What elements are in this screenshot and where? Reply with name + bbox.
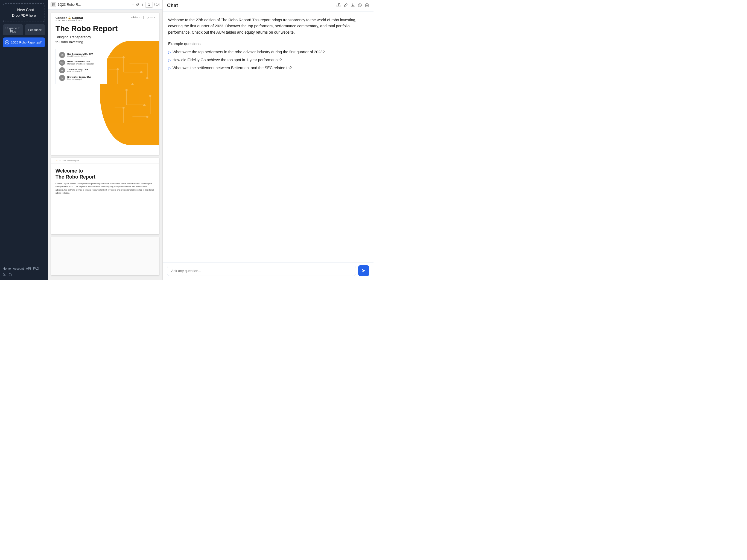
chat-title: Chat bbox=[167, 3, 333, 8]
sidebar-footer: Home Account API FAQ 𝕏 ⬡ bbox=[3, 267, 45, 277]
drop-pdf-label: Drop PDF here bbox=[5, 13, 42, 18]
author-avatar-4: KJ bbox=[59, 75, 65, 81]
lock-icon: 🔒 bbox=[68, 17, 71, 19]
pdf-main-title: The Robo Report bbox=[55, 25, 155, 33]
author-info-3: Thomas Leahy, CFA Financial Advisor bbox=[67, 68, 88, 73]
svg-point-16 bbox=[146, 77, 148, 79]
author-title-1: Chief Executive Officer bbox=[67, 55, 93, 57]
pdf-page2-header: → 2 The Robo Report bbox=[51, 158, 159, 164]
example-questions-section: Example questions: ▷ What were the top p… bbox=[168, 41, 368, 71]
circuit-background bbox=[100, 41, 159, 145]
svg-point-13 bbox=[117, 68, 119, 70]
question-text-1: What were the top performers in the robo… bbox=[173, 49, 325, 55]
author-avatar-2: DG bbox=[59, 59, 65, 66]
chat-toolbar: Chat bbox=[163, 0, 374, 11]
sidebar-actions: Upgrade to Plus Feedback bbox=[3, 24, 45, 35]
footer-account[interactable]: Account bbox=[13, 267, 24, 270]
author-row-4: KJ Kristopher Jones, CFA Financial Analy… bbox=[59, 75, 104, 81]
page2-number: 2 bbox=[59, 159, 60, 162]
svg-rect-4 bbox=[53, 5, 55, 6]
author-avatar-3: TL bbox=[59, 67, 65, 73]
pdf-page-1: Condor 🔒 Capital WEALTH MANAGEMENT Editi… bbox=[51, 13, 159, 155]
pdf-viewer: 1Q23-Robo-R... − ↺ + / 14 Condor 🔒 Capit… bbox=[48, 0, 163, 280]
download-button[interactable] bbox=[351, 3, 355, 8]
question-arrow-1: ▷ bbox=[168, 50, 171, 55]
pdf-page-2: → 2 The Robo Report Welcome to The Robo … bbox=[51, 158, 159, 234]
download-icon bbox=[351, 3, 355, 7]
new-chat-label: + New Chat bbox=[5, 7, 42, 13]
send-button[interactable] bbox=[358, 265, 369, 276]
footer-home[interactable]: Home bbox=[3, 267, 11, 270]
footer-links: Home Account API FAQ bbox=[3, 267, 45, 270]
example-question-1[interactable]: ▷ What were the top performers in the ro… bbox=[168, 49, 368, 55]
author-row-2: DG David Goldstone, CFA Manager, Investm… bbox=[59, 59, 104, 66]
author-name-4: Kristopher Jones, CFA bbox=[67, 76, 91, 78]
pdf-toolbar: 1Q23-Robo-R... − ↺ + / 14 bbox=[48, 0, 162, 9]
author-name-1: Ken Schapiro, MBA, CFA bbox=[67, 53, 93, 55]
author-avatar-1: KS bbox=[59, 52, 65, 58]
footer-social-icons: 𝕏 ⬡ bbox=[3, 272, 45, 277]
edit-icon bbox=[343, 3, 348, 7]
author-info-4: Kristopher Jones, CFA Financial Analyst bbox=[67, 76, 91, 80]
example-questions-label: Example questions: bbox=[168, 41, 368, 47]
page-separator: / bbox=[154, 3, 155, 6]
zoom-out-button[interactable]: − bbox=[131, 2, 134, 7]
rotate-button[interactable]: ↺ bbox=[135, 2, 140, 7]
sidebar: + New Chat Drop PDF here Upgrade to Plus… bbox=[0, 0, 48, 280]
example-question-2[interactable]: ▷ How did Fidelity Go achieve the top sp… bbox=[168, 57, 368, 63]
trash-icon bbox=[365, 3, 369, 7]
history-button[interactable] bbox=[358, 3, 362, 8]
edit-button[interactable] bbox=[343, 3, 348, 8]
author-info-1: Ken Schapiro, MBA, CFA Chief Executive O… bbox=[67, 53, 93, 57]
total-pages: 14 bbox=[156, 3, 160, 6]
discord-icon[interactable]: ⬡ bbox=[8, 272, 12, 277]
send-icon bbox=[361, 269, 366, 273]
author-name-2: David Goldstone, CFA bbox=[67, 60, 94, 63]
author-name-3: Thomas Leahy, CFA bbox=[67, 68, 88, 71]
svg-point-8 bbox=[123, 56, 124, 58]
page-number-input[interactable] bbox=[145, 2, 153, 8]
active-file-button[interactable]: 1Q23-Robo-Report.pdf bbox=[3, 37, 45, 47]
author-row-3: TL Thomas Leahy, CFA Financial Advisor bbox=[59, 67, 104, 73]
pdf-toolbar-left: 1Q23-Robo-R... bbox=[51, 2, 129, 7]
pdf-content: Condor 🔒 Capital WEALTH MANAGEMENT Editi… bbox=[48, 9, 162, 280]
feedback-button[interactable]: Feedback bbox=[25, 24, 45, 35]
delete-button[interactable] bbox=[365, 3, 369, 8]
footer-faq[interactable]: FAQ bbox=[33, 267, 39, 270]
pdf-page2-body: Condor Capital Wealth Management is prou… bbox=[55, 182, 155, 195]
author-title-4: Financial Analyst bbox=[67, 78, 91, 80]
chat-input[interactable] bbox=[167, 266, 356, 276]
footer-api[interactable]: API bbox=[26, 267, 31, 270]
zoom-in-button[interactable]: + bbox=[141, 2, 144, 7]
new-chat-button[interactable]: + New Chat Drop PDF here bbox=[3, 3, 45, 22]
page2-arrow: → bbox=[55, 159, 58, 162]
pdf-page1-header: Condor 🔒 Capital WEALTH MANAGEMENT Editi… bbox=[51, 13, 159, 24]
sidebar-toggle-button[interactable] bbox=[51, 2, 56, 7]
edition-divider bbox=[143, 16, 144, 19]
condor-name: Condor 🔒 Capital bbox=[55, 16, 83, 19]
file-icon bbox=[5, 40, 9, 45]
edition-label: Edition 27 bbox=[131, 16, 141, 19]
share-icon bbox=[336, 3, 341, 7]
pdf-filename: 1Q23-Robo-R... bbox=[58, 3, 81, 6]
twitter-icon[interactable]: 𝕏 bbox=[3, 272, 6, 277]
pdf-authors-box: KS Ken Schapiro, MBA, CFA Chief Executiv… bbox=[55, 49, 107, 84]
chat-panel: Chat bbox=[163, 0, 374, 280]
history-icon bbox=[358, 3, 362, 7]
pdf-main-content: The Robo Report Bringing Transparency to… bbox=[51, 25, 159, 84]
condor-subtitle: WEALTH MANAGEMENT bbox=[55, 19, 83, 21]
svg-point-20 bbox=[126, 89, 127, 91]
svg-point-26 bbox=[123, 107, 124, 109]
chat-input-area bbox=[163, 262, 374, 280]
pdf-page-3-partial bbox=[51, 237, 159, 275]
pdf-page2-content: Welcome to The Robo Report Condor Capita… bbox=[51, 164, 159, 199]
example-question-3[interactable]: ▷ What was the settlement between Better… bbox=[168, 65, 368, 71]
svg-rect-33 bbox=[366, 4, 368, 7]
share-button[interactable] bbox=[336, 3, 341, 8]
svg-rect-2 bbox=[53, 3, 55, 4]
quarter-label: 1Q 2023 bbox=[145, 16, 155, 19]
upgrade-button[interactable]: Upgrade to Plus bbox=[3, 24, 23, 35]
chat-welcome-message: Welcome to the 27th edition of The Robo … bbox=[168, 17, 368, 35]
chat-toolbar-icons bbox=[336, 3, 369, 8]
svg-rect-3 bbox=[53, 4, 55, 5]
